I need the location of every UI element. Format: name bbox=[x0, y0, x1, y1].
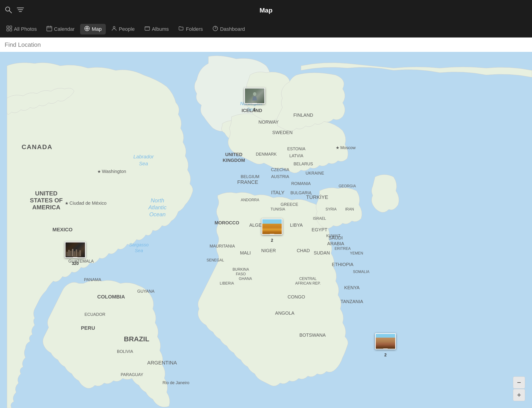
filter-icon[interactable] bbox=[17, 6, 24, 15]
app-title: Map bbox=[260, 7, 272, 14]
svg-text:BURKINA: BURKINA bbox=[232, 267, 249, 271]
tab-map-label: Map bbox=[92, 26, 102, 32]
svg-text:LATVIA: LATVIA bbox=[289, 153, 304, 158]
svg-text:ROMANIA: ROMANIA bbox=[291, 181, 311, 186]
svg-text:BELGIUM: BELGIUM bbox=[241, 174, 259, 179]
svg-text:SWEDEN: SWEDEN bbox=[272, 130, 293, 135]
svg-text:GEORGIA: GEORGIA bbox=[339, 184, 356, 188]
svg-text:AMERICA: AMERICA bbox=[32, 204, 60, 211]
svg-text:AFRICAN REP.: AFRICAN REP. bbox=[295, 281, 321, 285]
svg-text:CZECHIA: CZECHIA bbox=[271, 167, 289, 172]
tab-dashboard-label: Dashboard bbox=[220, 26, 245, 32]
svg-text:EGYPT: EGYPT bbox=[312, 227, 327, 232]
svg-text:Ciudad de México: Ciudad de México bbox=[69, 201, 107, 206]
tab-albums-label: Albums bbox=[152, 26, 169, 32]
svg-text:TUNISIA: TUNISIA bbox=[270, 207, 285, 211]
tab-all-photos-label: All Photos bbox=[14, 26, 37, 32]
svg-text:MAURITANIA: MAURITANIA bbox=[210, 244, 235, 248]
svg-text:PANAMA: PANAMA bbox=[84, 277, 101, 282]
folders-icon bbox=[178, 26, 184, 33]
botswana-pin[interactable]: 2 bbox=[375, 333, 396, 357]
svg-line-1 bbox=[9, 11, 12, 13]
svg-text:CENTRAL: CENTRAL bbox=[299, 277, 317, 281]
tab-albums[interactable]: Albums bbox=[140, 24, 173, 34]
svg-text:LIBERIA: LIBERIA bbox=[220, 281, 234, 285]
map-container: CANADA UNITED STATES OF AMERICA MEXICO G… bbox=[0, 52, 532, 408]
people-icon bbox=[111, 26, 117, 33]
svg-text:DENMARK: DENMARK bbox=[256, 152, 277, 157]
svg-text:TANZANIA: TANZANIA bbox=[341, 299, 363, 304]
svg-text:ITALY: ITALY bbox=[271, 190, 285, 196]
svg-rect-18 bbox=[145, 27, 150, 30]
svg-text:SENEGAL: SENEGAL bbox=[206, 258, 224, 262]
svg-rect-9 bbox=[47, 26, 52, 31]
svg-text:UKRAINE: UKRAINE bbox=[306, 171, 324, 176]
svg-text:Atlantic: Atlantic bbox=[148, 204, 167, 211]
svg-text:MOROCCO: MOROCCO bbox=[215, 220, 239, 225]
nav-tabs: All Photos Calendar Map bbox=[0, 21, 532, 37]
search-bar bbox=[0, 37, 532, 52]
svg-text:FRANCE: FRANCE bbox=[237, 179, 258, 185]
svg-text:GUYANA: GUYANA bbox=[137, 289, 155, 294]
tab-folders[interactable]: Folders bbox=[174, 24, 207, 34]
iceland-count: 1 bbox=[253, 107, 256, 112]
svg-text:NIGER: NIGER bbox=[261, 248, 276, 253]
tab-dashboard[interactable]: Dashboard bbox=[208, 24, 249, 34]
tab-map[interactable]: Map bbox=[80, 24, 106, 34]
svg-text:ERITREA: ERITREA bbox=[335, 246, 351, 251]
svg-text:★: ★ bbox=[65, 201, 68, 206]
mexico-pin[interactable]: 320 bbox=[65, 242, 86, 266]
svg-rect-7 bbox=[7, 29, 9, 31]
svg-text:YEMEN: YEMEN bbox=[350, 251, 363, 255]
botswana-count: 2 bbox=[384, 353, 387, 357]
svg-text:CONGO: CONGO bbox=[287, 294, 305, 299]
svg-text:UNITED: UNITED bbox=[35, 190, 58, 197]
svg-text:ECUADOR: ECUADOR bbox=[84, 312, 105, 317]
tab-people[interactable]: People bbox=[107, 24, 139, 34]
svg-rect-6 bbox=[10, 26, 12, 28]
svg-text:TÜRKİYE: TÜRKİYE bbox=[306, 194, 328, 200]
svg-text:Sea: Sea bbox=[139, 161, 148, 167]
svg-text:UNITED: UNITED bbox=[225, 152, 242, 157]
svg-text:BELARUS: BELARUS bbox=[294, 162, 313, 166]
svg-text:GREECE: GREECE bbox=[281, 202, 298, 207]
calendar-icon bbox=[47, 26, 52, 33]
zoom-controls: − + bbox=[513, 376, 525, 401]
svg-rect-8 bbox=[10, 29, 12, 31]
tab-calendar-label: Calendar bbox=[54, 26, 75, 32]
svg-text:SAUDI: SAUDI bbox=[329, 235, 343, 240]
all-photos-icon bbox=[7, 26, 12, 33]
svg-text:KINGDOM: KINGDOM bbox=[223, 158, 245, 163]
svg-text:BOTSWANA: BOTSWANA bbox=[299, 332, 326, 338]
svg-text:Moscow: Moscow bbox=[340, 145, 356, 150]
svg-text:ANGOLA: ANGOLA bbox=[275, 311, 295, 316]
svg-text:★: ★ bbox=[97, 169, 101, 174]
tab-people-label: People bbox=[119, 26, 135, 32]
svg-text:Washington: Washington bbox=[102, 169, 126, 174]
svg-text:LIBYA: LIBYA bbox=[290, 222, 303, 228]
svg-text:STATES OF: STATES OF bbox=[30, 197, 63, 204]
tab-calendar[interactable]: Calendar bbox=[42, 24, 79, 34]
svg-text:MEXICO: MEXICO bbox=[52, 227, 73, 232]
svg-text:PARAGUAY: PARAGUAY bbox=[121, 372, 143, 377]
svg-text:PERU: PERU bbox=[81, 325, 95, 331]
mexico-count: 320 bbox=[72, 261, 79, 266]
svg-text:CHAD: CHAD bbox=[297, 248, 310, 253]
svg-text:NORWAY: NORWAY bbox=[258, 119, 279, 125]
tab-all-photos[interactable]: All Photos bbox=[2, 24, 41, 34]
svg-text:ETHIOPIA: ETHIOPIA bbox=[332, 262, 354, 267]
svg-point-108 bbox=[253, 92, 256, 96]
zoom-out-button[interactable]: − bbox=[513, 376, 525, 389]
svg-text:Sea: Sea bbox=[135, 248, 143, 253]
svg-text:FASO: FASO bbox=[236, 272, 246, 276]
iceland-pin[interactable]: 1 bbox=[244, 88, 265, 112]
toolbar: Map bbox=[0, 0, 532, 21]
search-icon[interactable] bbox=[5, 6, 12, 15]
svg-text:SYRIA: SYRIA bbox=[326, 207, 337, 211]
svg-text:MALI: MALI bbox=[240, 250, 251, 255]
zoom-in-button[interactable]: + bbox=[513, 389, 525, 401]
svg-text:★: ★ bbox=[336, 145, 339, 150]
algeria-pin[interactable]: 2 bbox=[262, 219, 282, 243]
svg-text:ARABIA: ARABIA bbox=[327, 241, 344, 246]
search-input[interactable] bbox=[5, 41, 527, 48]
